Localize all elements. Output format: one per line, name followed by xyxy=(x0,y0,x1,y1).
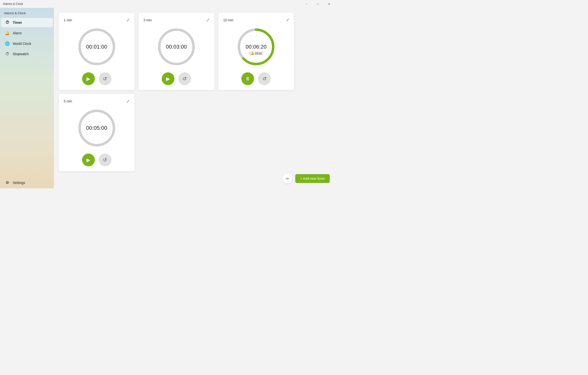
timer-1min-reset-button[interactable]: ↺ xyxy=(99,72,111,85)
timer-3min-clock: 00:03:00 xyxy=(157,27,196,66)
timer-10min-label: 10 min xyxy=(223,18,233,22)
timer-5min-play-button[interactable]: ▶ xyxy=(82,154,95,166)
alarm-icon: 🔔 xyxy=(5,31,10,35)
maximize-button[interactable]: □ xyxy=(312,0,323,8)
timer-1min-play-button[interactable]: ▶ xyxy=(82,72,95,85)
timer-10min-controls: ⏸ ↺ xyxy=(241,72,271,85)
app-body: Alarms & Clock ⏱ Timer 🔔 Alarm 🌐 World C… xyxy=(0,8,335,188)
timer-1min-expand-icon[interactable]: ⤢ xyxy=(126,18,130,22)
sidebar: Alarms & Clock ⏱ Timer 🔔 Alarm 🌐 World C… xyxy=(0,8,54,188)
timer-1min-header: 1 min ⤢ xyxy=(64,18,130,22)
alarm-bell-icon: 🔔 xyxy=(251,52,254,55)
close-button[interactable]: ✕ xyxy=(323,0,335,8)
timer-1min-controls: ▶ ↺ xyxy=(82,72,111,85)
timer-3min-expand-icon[interactable]: ⤢ xyxy=(206,18,209,22)
settings-icon: ⚙ xyxy=(5,180,10,185)
titlebar-title: Alarms & Clock xyxy=(3,2,23,6)
timer-card-10min: 10 min ⤢ 00:06:20 🔔 09:58 xyxy=(218,13,294,90)
timer-10min-pause-button[interactable]: ⏸ xyxy=(241,72,254,85)
timer-10min-header: 10 min ⤢ xyxy=(223,18,289,22)
timer-icon: ⏱ xyxy=(5,20,10,25)
timer-5min-clock: 00:05:00 xyxy=(77,108,116,148)
timer-5min-time: 00:05:00 xyxy=(86,125,107,131)
timer-grid-top: 1 min ⤢ 00:01:00 ▶ ↺ 3 min ⤢ xyxy=(59,13,294,90)
timer-1min-clock: 00:01:00 xyxy=(77,27,116,66)
edit-button[interactable]: ✏ xyxy=(282,174,292,183)
add-timer-label: + Add new timer xyxy=(300,177,325,181)
world-clock-icon: 🌐 xyxy=(5,41,10,46)
timer-3min-controls: ▶ ↺ xyxy=(162,72,191,85)
timer-grid-bottom: 5 min ⤢ 00:05:00 ▶ ↺ xyxy=(59,94,294,171)
sidebar-item-alarm-label: Alarm xyxy=(13,31,22,35)
sidebar-item-timer[interactable]: ⏱ Timer xyxy=(1,18,53,27)
timer-5min-label: 5 min xyxy=(64,99,72,103)
timer-card-3min: 3 min ⤢ 00:03:00 ▶ ↺ xyxy=(138,13,214,90)
timer-10min-alarm-badge: 🔔 09:58 xyxy=(249,51,264,55)
sidebar-item-alarm[interactable]: 🔔 Alarm xyxy=(1,28,53,38)
sidebar-item-stopwatch[interactable]: ⏱ Stopwatch xyxy=(1,49,53,59)
timer-3min-label: 3 min xyxy=(143,18,152,22)
minimize-button[interactable]: ─ xyxy=(301,0,312,8)
sidebar-item-timer-label: Timer xyxy=(13,21,22,25)
bottom-bar: ✏ + Add new timer xyxy=(282,174,330,183)
sidebar-item-stopwatch-label: Stopwatch xyxy=(13,52,29,56)
timer-3min-reset-button[interactable]: ↺ xyxy=(178,72,191,85)
timer-1min-time: 00:01:00 xyxy=(86,44,107,50)
titlebar-controls: ─ □ ✕ xyxy=(301,0,335,8)
timer-5min-controls: ▶ ↺ xyxy=(82,154,111,166)
titlebar: Alarms & Clock ─ □ ✕ xyxy=(0,0,335,8)
timer-10min-time: 00:06:20 xyxy=(246,44,267,50)
timer-1min-label: 1 min xyxy=(64,18,72,22)
main-content: 1 min ⤢ 00:01:00 ▶ ↺ 3 min ⤢ xyxy=(54,8,335,188)
timer-10min-reset-button[interactable]: ↺ xyxy=(258,72,271,85)
stopwatch-icon: ⏱ xyxy=(5,52,10,56)
timer-5min-header: 5 min ⤢ xyxy=(64,99,130,103)
timer-10min-alarm-time: 09:58 xyxy=(255,52,262,55)
timer-3min-header: 3 min ⤢ xyxy=(143,18,209,22)
timer-10min-expand-icon[interactable]: ⤢ xyxy=(286,18,289,22)
pencil-icon: ✏ xyxy=(286,176,289,181)
timer-3min-play-button[interactable]: ▶ xyxy=(162,72,174,85)
sidebar-item-settings[interactable]: ⚙ Settings xyxy=(1,178,53,187)
add-timer-button[interactable]: + Add new timer xyxy=(295,174,330,183)
sidebar-item-world-clock[interactable]: 🌐 World Clock xyxy=(1,39,53,48)
settings-label: Settings xyxy=(13,181,25,185)
timer-3min-time: 00:03:00 xyxy=(166,44,187,50)
timer-5min-expand-icon[interactable]: ⤢ xyxy=(126,99,130,103)
sidebar-app-title: Alarms & Clock xyxy=(0,8,54,17)
timer-card-1min: 1 min ⤢ 00:01:00 ▶ ↺ xyxy=(59,13,135,90)
timer-10min-clock: 00:06:20 🔔 09:58 xyxy=(236,27,276,66)
timer-card-5min: 5 min ⤢ 00:05:00 ▶ ↺ xyxy=(59,94,135,171)
timer-5min-reset-button[interactable]: ↺ xyxy=(99,154,111,166)
sidebar-item-world-clock-label: World Clock xyxy=(13,42,31,46)
